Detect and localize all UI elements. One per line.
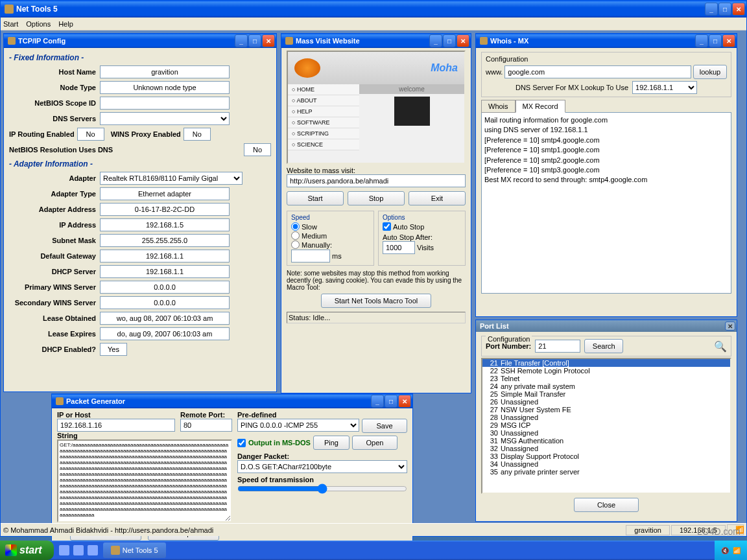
maximize-button[interactable]: □ — [385, 395, 397, 408]
port-row[interactable]: 28Unassigned — [482, 414, 730, 421]
close-button[interactable]: ✕ — [262, 34, 275, 47]
speed-manual-radio[interactable] — [291, 240, 300, 249]
lease-obtained-field[interactable] — [100, 312, 230, 325]
port-row[interactable]: 29MSG ICP — [482, 421, 730, 429]
port-row[interactable]: 21File Transfer [Control] — [482, 359, 730, 367]
autostop-checkbox[interactable] — [383, 222, 391, 231]
taskbar-task[interactable]: Net Tools 5 — [103, 542, 166, 558]
gateway-field[interactable] — [100, 250, 230, 262]
system-tray[interactable]: 🔇📶 — [715, 541, 747, 560]
menu-options[interactable]: Options — [26, 20, 51, 28]
autostop-value-input[interactable] — [383, 241, 415, 254]
adapter-select[interactable]: Realtek RTL8169/8110 Family Gigal — [100, 172, 243, 185]
start-button[interactable]: start — [0, 541, 54, 560]
port-row[interactable]: 25Simple Mail Transfer — [482, 390, 730, 398]
dhcp-server-field[interactable] — [100, 265, 230, 278]
maximize-button[interactable]: □ — [709, 34, 722, 47]
ql-ie-icon[interactable] — [73, 545, 84, 555]
packetgen-titlebar[interactable]: Packet Generator _□✕ — [52, 394, 412, 408]
netbios-scope-field[interactable] — [100, 97, 230, 110]
lookup-button[interactable]: lookup — [693, 65, 727, 79]
search-button[interactable]: Search — [584, 339, 623, 353]
dns-server-select[interactable]: 192.168.1.1 — [632, 81, 697, 94]
close-button[interactable]: ✕ — [456, 34, 469, 47]
tab-whois[interactable]: Whois — [481, 100, 516, 113]
maximize-button[interactable]: □ — [443, 34, 456, 47]
menu-start[interactable]: Start — [3, 20, 18, 28]
msdos-checkbox[interactable] — [237, 439, 246, 447]
port-input[interactable] — [180, 419, 232, 432]
dhcp-enabled-field[interactable] — [100, 343, 127, 356]
port-number-input[interactable] — [535, 340, 580, 353]
adapter-addr-field[interactable] — [100, 203, 230, 216]
speed-medium-radio[interactable] — [291, 231, 300, 240]
maximize-button[interactable]: □ — [248, 34, 261, 47]
port-row[interactable]: 23Telnet — [482, 375, 730, 382]
magnify-icon[interactable]: 🔍 — [714, 340, 727, 353]
port-row[interactable]: 31MSG Authentication — [482, 437, 730, 445]
minimize-button[interactable]: _ — [695, 34, 708, 47]
wins-proxy-field[interactable] — [184, 128, 211, 141]
speed-ms-input[interactable] — [291, 250, 330, 262]
node-type-field[interactable] — [100, 81, 230, 94]
close-button[interactable]: Close — [574, 498, 639, 512]
port-row[interactable]: 35any private printer server — [482, 468, 730, 476]
dns-servers-select[interactable] — [100, 112, 230, 125]
main-titlebar[interactable]: Net Tools 5 _ □ ✕ — [1, 1, 746, 18]
close-button[interactable]: ✕ — [398, 395, 411, 408]
whois-output[interactable]: Mail routing information for google.com … — [481, 112, 731, 294]
whois-titlebar[interactable]: Whois - MX _□✕ — [476, 34, 737, 48]
stop-button[interactable]: Stop — [348, 191, 405, 205]
tab-mx-record[interactable]: MX Record — [516, 100, 565, 113]
close-button[interactable]: ✕ — [722, 34, 735, 47]
tcpip-titlebar[interactable]: TCP/IP Config _□✕ — [4, 34, 276, 48]
speed-slow-radio[interactable] — [291, 222, 300, 231]
port-row[interactable]: 22SSH Remote Login Protocol — [482, 367, 730, 375]
lease-expires-field[interactable] — [100, 327, 230, 340]
port-row[interactable]: 34Unassigned — [482, 460, 730, 468]
minimize-button[interactable]: _ — [235, 34, 248, 47]
ip-input[interactable] — [57, 419, 175, 432]
save-button[interactable]: Save — [362, 419, 407, 433]
port-list[interactable]: 21File Transfer [Control]22SSH Remote Lo… — [481, 358, 731, 494]
note-text: Note: some websites may stop this method… — [287, 270, 466, 291]
adapter-type-field[interactable] — [100, 187, 230, 200]
speed-slider[interactable] — [237, 484, 407, 494]
massvisit-titlebar[interactable]: Mass Visit Website _□✕ — [281, 34, 471, 48]
url-input[interactable] — [287, 174, 466, 187]
maximize-button[interactable]: □ — [718, 3, 731, 16]
subnet-field[interactable] — [100, 234, 230, 247]
ql-outlook-icon[interactable] — [88, 545, 98, 555]
port-row[interactable]: 27NSW User System FE — [482, 406, 730, 414]
status-text: Idle... — [313, 314, 330, 321]
host-name-field[interactable] — [100, 65, 230, 78]
exit-button[interactable]: Exit — [409, 191, 466, 205]
portlist-titlebar[interactable]: Port List ✕ — [476, 320, 737, 332]
minimize-button[interactable]: _ — [429, 34, 442, 47]
preview-welcome: welcome — [359, 84, 464, 94]
ping-button[interactable]: Ping — [313, 436, 350, 450]
ip-routing-field[interactable] — [77, 128, 104, 141]
swins-field[interactable] — [100, 296, 230, 309]
ql-desktop-icon[interactable] — [59, 545, 69, 555]
port-row[interactable]: 33Display Support Protocol — [482, 452, 730, 460]
ip-addr-field[interactable] — [100, 218, 230, 231]
port-row[interactable]: 30Unassigned — [482, 429, 730, 437]
close-button[interactable]: ✕ — [732, 3, 745, 16]
domain-input[interactable] — [504, 65, 691, 78]
open-button[interactable]: Open — [352, 436, 397, 450]
string-textarea[interactable] — [57, 439, 232, 522]
pwins-field[interactable] — [100, 281, 230, 294]
macro-tool-button[interactable]: Start Net Tools Macro Tool — [321, 294, 431, 308]
menu-help[interactable]: Help — [58, 20, 73, 28]
danger-select[interactable]: D.O.S GET:AChar#2100byte — [237, 460, 407, 473]
port-row[interactable]: 32Unassigned — [482, 445, 730, 452]
start-button[interactable]: Start — [287, 191, 344, 205]
predef-select[interactable]: PING 0.0.0.0 -ICMP 255 — [237, 419, 359, 432]
minimize-button[interactable]: _ — [705, 3, 718, 16]
minimize-button[interactable]: _ — [371, 395, 384, 408]
netbios-resolution-field[interactable] — [244, 143, 271, 156]
close-button[interactable]: ✕ — [725, 321, 735, 331]
port-row[interactable]: 24any private mail system — [482, 382, 730, 390]
port-row[interactable]: 26Unassigned — [482, 398, 730, 406]
